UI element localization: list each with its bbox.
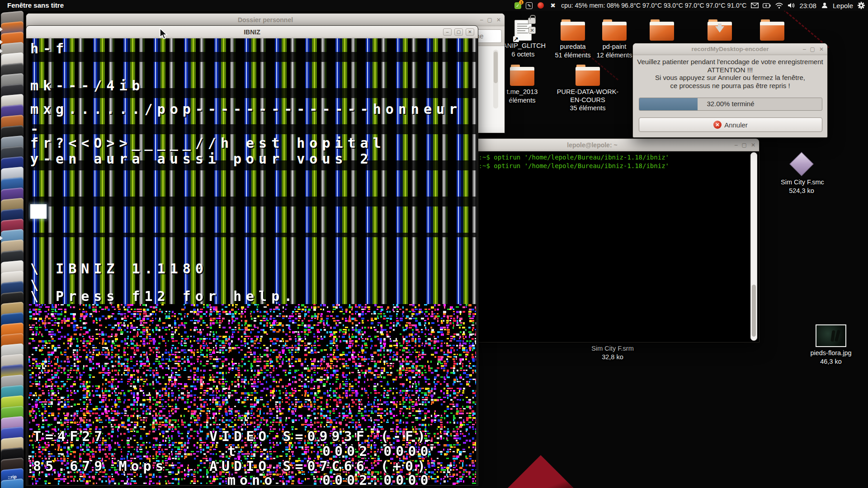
icon-sublabel: 6 octets (503, 50, 543, 59)
cancel-x-icon: ✕ (713, 121, 722, 129)
folder-icon (576, 67, 600, 86)
image-thumbnail-icon (816, 324, 846, 347)
ibniz-titlebar[interactable]: IBNIZ (26, 26, 478, 38)
encoder-message: Veuillez patienter pendant l'encodage de… (633, 58, 827, 89)
window-title: lepole@lepole: ~ (567, 141, 617, 149)
pinwheel-indicator-icon[interactable]: ✖ (549, 1, 557, 9)
ibniz-text-line: h-f (30, 41, 68, 56)
desktop-icon-pure-data-work[interactable]: PURE-DATA-WORK- EN-COURS 35 éléments (554, 67, 622, 112)
updates-indicator-icon[interactable]: ✓1 (514, 1, 522, 9)
cd-robot-dock-icon[interactable] (1, 479, 24, 488)
ibniz-stat-audio: AUDIO S=07C66 (+0) (209, 458, 429, 474)
ibniz-stat-video: VIDEO S=0993F (-F) (209, 428, 429, 444)
ibniz-text-line: mk---/4ib (30, 78, 145, 94)
maximize-button[interactable]: ▢ (810, 46, 815, 52)
icon-sublabel: 12 éléments (594, 51, 635, 60)
close-button[interactable]: ✕ (496, 17, 501, 23)
close-button[interactable]: ✕ (819, 46, 824, 52)
minimize-button[interactable]: ‒ (443, 28, 452, 36)
folder-download-icon (708, 22, 732, 41)
ibniz-cursor-block (30, 204, 47, 219)
folder-icon (760, 22, 784, 41)
folder-icon (650, 22, 674, 41)
ibniz-text-line: fr?<<O>>_____//h est hopital (30, 135, 386, 151)
desktop-icon-t-me-2013[interactable]: t.me_2013 éléments (502, 67, 542, 105)
icon-sublabel: éléments (502, 96, 542, 105)
desktop-icon-folder-download[interactable] (699, 22, 740, 42)
ibniz-stat-time: T=4F27 (33, 428, 106, 444)
battery-icon[interactable] (763, 1, 771, 9)
minimize-button[interactable]: ‒ (803, 46, 806, 52)
wifi-icon[interactable] (775, 1, 783, 9)
running-indicator-icon (0, 49, 3, 53)
icon-sublabel: 46,3 ko (806, 357, 856, 366)
maximize-button[interactable]: ▢ (454, 28, 463, 36)
minimize-button[interactable]: ‒ (735, 142, 738, 148)
encoder-titlebar[interactable]: recordMyDesktop-encoder (633, 43, 827, 55)
folder-icon (510, 67, 534, 86)
lock-emblem-icon (528, 18, 536, 24)
active-window-title: Fenêtre sans titre (7, 1, 64, 9)
window-title: Dossier personnel (238, 16, 293, 23)
desktop-icon-puredata[interactable]: puredata 51 éléments (552, 22, 593, 60)
scrollbar[interactable] (750, 152, 757, 341)
icon-label-2: EN-COURS (554, 96, 622, 104)
ibniz-canvas[interactable]: h-f mk---/4ib mxg....../pop-------------… (28, 38, 476, 485)
ibniz-banner-version: \ IBNIZ 1.1180 (30, 261, 208, 277)
desktop-icon-sim-city-srm[interactable]: Sim City F.srm 32,8 ko (590, 344, 635, 361)
volume-icon[interactable] (787, 1, 795, 9)
icon-label: pieds-flora.jpg (806, 349, 856, 357)
running-indicator-icon (0, 40, 3, 44)
close-button[interactable]: ✕ (466, 28, 474, 36)
mail-icon[interactable] (750, 1, 759, 9)
desktop-icon-pd-paint[interactable]: pd-paint 12 éléments (594, 22, 635, 60)
user-name-text[interactable]: Lepole (833, 2, 853, 9)
folder-icon (561, 22, 585, 41)
dock: ::rip (0, 11, 26, 488)
gear-icon[interactable] (857, 1, 865, 9)
encoder-progress-bar: 32.00% terminé (639, 98, 822, 111)
close-button[interactable]: ✕ (751, 142, 755, 148)
maximize-button[interactable]: ▢ (742, 142, 747, 148)
scrollbar[interactable] (493, 50, 498, 108)
icon-label: pd-paint (594, 42, 635, 51)
desktop-icon-folder-4[interactable] (642, 22, 682, 42)
icon-label: Sim City F.srm (590, 344, 635, 353)
window-title: IBNIZ (244, 28, 260, 36)
folder-icon (602, 22, 627, 41)
ibniz-text-line: - (30, 121, 43, 137)
ibniz-text-line: mxg....../pop--------------honneur (30, 101, 462, 117)
minimize-button[interactable]: ‒ (480, 17, 483, 23)
desktop-icon-folder-6[interactable] (752, 22, 793, 42)
ibniz-banner-help: \ Press f12 for help. (30, 288, 297, 304)
file-manager-titlebar[interactable]: Dossier personnel (26, 14, 505, 26)
encoder-dialog: recordMyDesktop-encoder ‒ ▢ ✕ Veuillez p… (632, 43, 828, 138)
desktop-icon-anip-glitch[interactable]: ✕ ↗ ANIP_GLITCH 6 octets (503, 20, 543, 59)
running-indicator-icon (0, 27, 3, 32)
record-indicator-icon[interactable] (537, 1, 545, 9)
rom-file-icon (789, 152, 814, 176)
icon-label: t.me_2013 (502, 88, 542, 96)
progress-label: 32.00% terminé (639, 100, 822, 108)
icon-sublabel: 32,8 ko (590, 353, 635, 361)
system-stats-text: cpu: 45% mem: 08% 96.8°C 97.0°C 93.0°C 9… (561, 2, 746, 9)
ibniz-stat-mops: 85.679 Mops (33, 458, 168, 474)
maximize-button[interactable]: ▢ (487, 17, 492, 23)
ibniz-stat-video-t: 0002.0000 (322, 443, 433, 459)
icon-label: ANIP_GLITCH (503, 42, 543, 50)
desktop-icon-sim-city-smc[interactable]: Sim City F.smc 524,3 ko (781, 154, 822, 195)
clock-text[interactable]: 23:08 (799, 2, 816, 9)
window-title: recordMyDesktop-encoder (691, 46, 769, 52)
icon-label: PURE-DATA-WORK- (554, 88, 622, 96)
user-icon (821, 1, 829, 9)
link-emblem-icon: ↗ (513, 36, 519, 42)
wallpaper-red-diamond (502, 455, 579, 488)
ibniz-text-line: y-en aura aussi pour vous 2 (30, 151, 373, 167)
edit-indicator-icon[interactable]: ✎ (526, 2, 533, 9)
ibniz-window: IBNIZ ‒ ▢ ✕ h-f mk---/4ib mxg....../pop-… (26, 25, 478, 486)
cancel-button[interactable]: ✕ Annuler (639, 117, 822, 132)
desktop-icon-pieds-flora[interactable]: pieds-flora.jpg 46,3 ko (806, 324, 856, 366)
ibniz-stat-video-t-label: t (227, 443, 240, 459)
icon-sublabel: 51 éléments (552, 51, 593, 60)
ibniz-stat-audio-t: 0002.0000 (322, 472, 433, 485)
